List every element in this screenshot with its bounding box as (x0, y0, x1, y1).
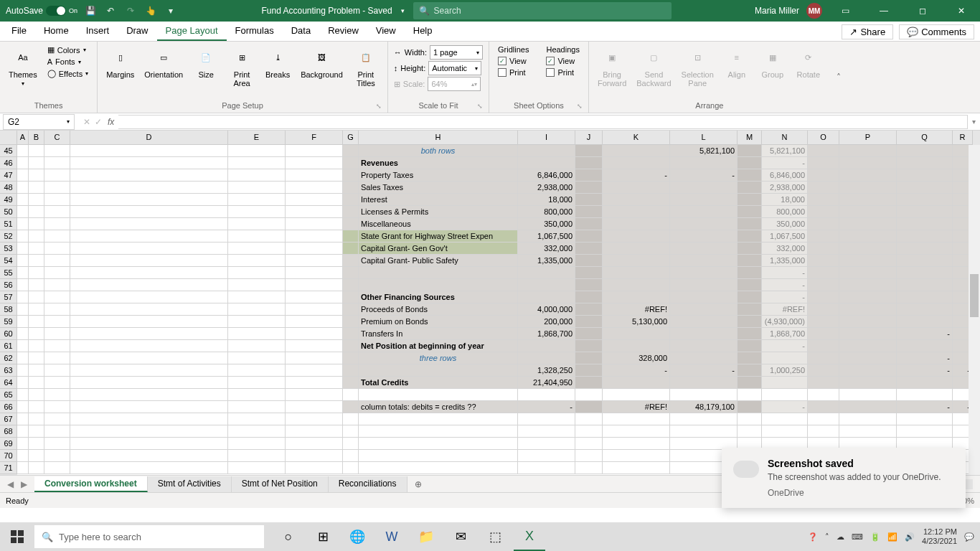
cell-D49[interactable] (70, 194, 228, 206)
cell-L47[interactable]: - (670, 169, 738, 182)
col-header-D[interactable]: D (70, 131, 228, 145)
cell-B70[interactable] (29, 450, 44, 462)
cell-A69[interactable] (17, 438, 29, 450)
cell-K51[interactable] (603, 218, 670, 230)
cell-Q47[interactable] (897, 169, 953, 182)
cell-E58[interactable] (228, 303, 286, 316)
cell-N51[interactable]: 350,000 (762, 218, 808, 230)
cell-J50[interactable] (575, 206, 603, 218)
cell-K46[interactable] (603, 157, 670, 169)
cell-P59[interactable] (839, 316, 897, 328)
cell-M54[interactable] (738, 255, 762, 267)
cell-K71[interactable] (603, 462, 670, 474)
cell-C54[interactable] (44, 255, 70, 267)
cell-N68[interactable] (762, 425, 808, 438)
cell-L59[interactable] (670, 316, 738, 328)
cell-A48[interactable] (17, 182, 29, 194)
cell-O49[interactable] (808, 194, 839, 206)
row-header-58[interactable]: 58 (0, 303, 17, 316)
cell-I71[interactable] (518, 462, 575, 474)
cell-P46[interactable] (839, 157, 897, 169)
cell-I63[interactable]: 1,328,250 (518, 364, 575, 377)
cell-B48[interactable] (29, 182, 44, 194)
cell-P56[interactable] (839, 279, 897, 291)
avatar[interactable]: MM (806, 3, 822, 19)
cell-H50[interactable]: Licenses & Permits (359, 206, 518, 218)
cell-M53[interactable] (738, 242, 762, 255)
tab-review[interactable]: Review (319, 22, 367, 41)
cell-L52[interactable] (670, 230, 738, 242)
cell-C71[interactable] (44, 462, 70, 474)
vertical-scrollbar[interactable] (969, 145, 980, 475)
row-header-66[interactable]: 66 (0, 401, 17, 413)
cell-N67[interactable] (762, 413, 808, 425)
cell-F64[interactable] (286, 377, 343, 389)
cell-C49[interactable] (44, 194, 70, 206)
cell-N47[interactable]: 6,846,000 (762, 169, 808, 182)
tab-formulas[interactable]: Formulas (227, 22, 283, 41)
dropbox-icon[interactable]: ⬚ (479, 522, 511, 551)
cell-C60[interactable] (44, 328, 70, 340)
cell-C53[interactable] (44, 242, 70, 255)
cell-G65[interactable] (343, 389, 359, 401)
cell-Q48[interactable] (897, 182, 953, 194)
cell-C61[interactable] (44, 340, 70, 352)
cell-J65[interactable] (575, 389, 603, 401)
cell-H51[interactable]: Miscellaneous (359, 218, 518, 230)
cell-H68[interactable] (359, 425, 518, 438)
cell-B66[interactable] (29, 401, 44, 413)
cell-Q53[interactable] (897, 242, 953, 255)
cell-O68[interactable] (808, 425, 839, 438)
cell-K55[interactable] (603, 267, 670, 279)
row-header-68[interactable]: 68 (0, 425, 17, 438)
cell-A67[interactable] (17, 413, 29, 425)
cell-H57[interactable]: Other Financing Sources (359, 291, 518, 303)
cell-F45[interactable] (286, 145, 343, 157)
cell-J46[interactable] (575, 157, 603, 169)
cell-C50[interactable] (44, 206, 70, 218)
cell-F69[interactable] (286, 438, 343, 450)
user-name[interactable]: Maria Miller (755, 6, 799, 16)
cell-F59[interactable] (286, 316, 343, 328)
cell-N55[interactable]: - (762, 267, 808, 279)
col-header-A[interactable]: A (17, 131, 29, 145)
cell-I70[interactable] (518, 450, 575, 462)
cell-E47[interactable] (228, 169, 286, 182)
help-tray-icon[interactable]: ❓ (808, 532, 818, 542)
cell-A47[interactable] (17, 169, 29, 182)
cell-O55[interactable] (808, 267, 839, 279)
cell-C57[interactable] (44, 291, 70, 303)
cell-B61[interactable] (29, 340, 44, 352)
tab-help[interactable]: Help (405, 22, 441, 41)
cell-N66[interactable]: - (762, 401, 808, 413)
cell-A56[interactable] (17, 279, 29, 291)
cell-J54[interactable] (575, 255, 603, 267)
cell-F71[interactable] (286, 462, 343, 474)
cell-A52[interactable] (17, 230, 29, 242)
col-header-J[interactable]: J (575, 131, 603, 145)
select-all-corner[interactable] (0, 131, 17, 145)
cell-A64[interactable] (17, 377, 29, 389)
cell-L67[interactable] (670, 413, 738, 425)
orientation-button[interactable]: ▭Orientation (141, 44, 186, 80)
share-button[interactable]: ↗Share (842, 24, 893, 39)
cell-L46[interactable] (670, 157, 738, 169)
cell-C48[interactable] (44, 182, 70, 194)
cell-H60[interactable]: Transfers In (359, 328, 518, 340)
cell-I49[interactable]: 18,000 (518, 194, 575, 206)
cell-Q52[interactable] (897, 230, 953, 242)
cell-G67[interactable] (343, 413, 359, 425)
cell-M67[interactable] (738, 413, 762, 425)
cell-N54[interactable]: 1,335,000 (762, 255, 808, 267)
cell-L68[interactable] (670, 425, 738, 438)
cell-A68[interactable] (17, 425, 29, 438)
row-header-52[interactable]: 52 (0, 230, 17, 242)
cell-F62[interactable] (286, 352, 343, 364)
cell-P65[interactable] (839, 389, 897, 401)
cell-M49[interactable] (738, 194, 762, 206)
cell-B67[interactable] (29, 413, 44, 425)
cell-F55[interactable] (286, 267, 343, 279)
col-header-C[interactable]: C (44, 131, 70, 145)
cell-D50[interactable] (70, 206, 228, 218)
cell-J60[interactable] (575, 328, 603, 340)
